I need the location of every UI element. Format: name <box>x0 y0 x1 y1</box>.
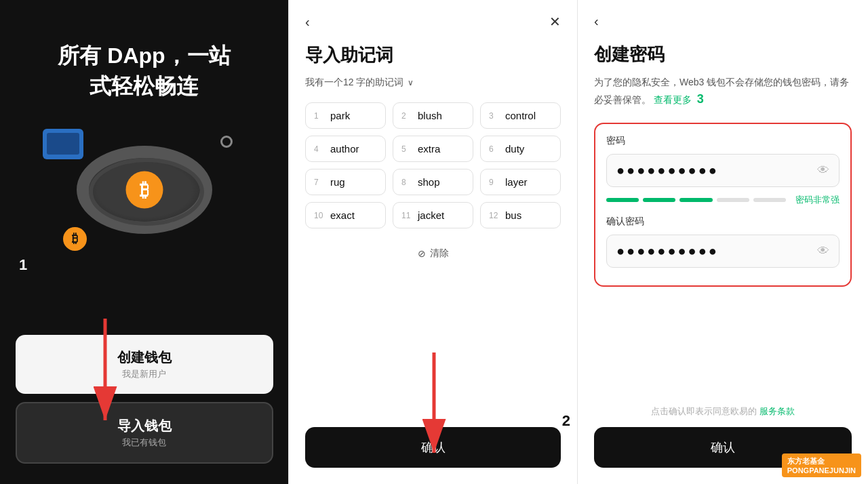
mnemonic-word: author <box>330 143 359 155</box>
mnemonic-word: rug <box>330 176 345 188</box>
mnemonic-cell[interactable]: 4author <box>305 136 386 162</box>
mnemonic-num: 4 <box>314 144 325 154</box>
strength-text: 密码非常强 <box>795 194 840 206</box>
mnemonic-cell[interactable]: 12bus <box>480 202 561 228</box>
mnemonic-word: control <box>505 110 536 121</box>
left-panel-buttons: 创建钱包 我是新用户 导入钱包 我已有钱包 <box>16 335 273 464</box>
mnemonic-num: 2 <box>401 111 412 121</box>
strength-bar: 密码非常强 <box>606 194 840 206</box>
create-wallet-sublabel: 我是新用户 <box>122 368 166 380</box>
watermark: 东方老基金PONGPANEJUNJIN <box>782 453 861 477</box>
middle-confirm-button[interactable]: 确认 <box>305 427 561 468</box>
clear-button[interactable]: ⊘ 清除 <box>305 247 561 260</box>
mnemonic-word: jacket <box>418 209 444 221</box>
laptop-icon <box>43 129 83 159</box>
mnemonic-num: 10 <box>314 211 325 220</box>
mnemonic-word: shop <box>418 176 440 188</box>
import-wallet-sublabel: 我已有钱包 <box>122 437 166 449</box>
laptop-screen <box>47 133 79 155</box>
mnemonic-num: 3 <box>489 111 500 121</box>
strength-seg-2 <box>643 198 675 202</box>
mnemonic-num: 1 <box>314 111 325 121</box>
mnemonic-word: duty <box>505 143 524 155</box>
mnemonic-selector[interactable]: 我有一个12 字的助记词 ∨ <box>305 77 561 89</box>
step-label-2: 2 <box>562 412 570 430</box>
mnemonic-word: extra <box>418 143 440 155</box>
see-more-link[interactable]: 查看更多 <box>654 94 692 105</box>
confirm-password-input: ●●●●●●●●●● <box>616 243 817 259</box>
step-label-1: 1 <box>19 256 27 274</box>
mnemonic-cell[interactable]: 10exact <box>305 202 386 228</box>
password-title: 创建密码 <box>594 43 852 66</box>
strength-seg-1 <box>606 198 639 202</box>
import-wallet-label: 导入钱包 <box>117 417 172 435</box>
clear-label: 清除 <box>430 247 449 260</box>
panel-left: 所有 DApp，一站 式轻松畅连 ₿ ₿ 1 创建钱包 我是新用户 导入钱包 我… <box>0 0 288 484</box>
confirm-password-input-row[interactable]: ●●●●●●●●●● 👁 <box>606 235 840 268</box>
mnemonic-title: 导入助记词 <box>305 43 561 67</box>
right-back-icon[interactable]: ‹ <box>594 14 599 29</box>
confirm-password-label: 确认密码 <box>606 216 840 228</box>
mnemonic-cell[interactable]: 1park <box>305 102 386 129</box>
password-label: 密码 <box>606 135 840 147</box>
mnemonic-num: 5 <box>401 144 412 154</box>
mnemonic-num: 9 <box>489 178 500 187</box>
import-wallet-button[interactable]: 导入钱包 我已有钱包 <box>16 402 273 464</box>
mnemonic-cell[interactable]: 7rug <box>305 169 386 195</box>
bitcoin-icon: ₿ <box>125 171 163 208</box>
mnemonic-num: 11 <box>401 211 412 220</box>
middle-confirm-area: 确认 <box>305 427 561 468</box>
password-section: 密码 ●●●●●●●●●● 👁 密码非常强 确认密码 ●●●●●●●●●● 👁 <box>594 123 852 287</box>
mnemonic-num: 7 <box>314 178 325 187</box>
mnemonic-selector-text: 我有一个12 字的助记词 <box>305 77 403 89</box>
mnemonic-num: 6 <box>489 144 500 154</box>
password-input-row[interactable]: ●●●●●●●●●● 👁 <box>606 154 840 187</box>
strength-seg-3 <box>679 198 712 202</box>
strength-seg-4 <box>717 198 749 202</box>
mnemonic-cell[interactable]: 2blush <box>393 102 473 129</box>
panel-right: ‹ 创建密码 为了您的隐私安全，Web3 钱包不会存储您的钱包密码，请务必妥善保… <box>578 0 868 484</box>
terms-text: 点击确认即表示同意欧易的 服务条款 <box>594 405 852 418</box>
mnemonic-cell[interactable]: 3control <box>480 102 561 129</box>
strength-seg-5 <box>753 198 786 202</box>
back-icon[interactable]: ‹ <box>305 14 310 30</box>
eye-icon[interactable]: 👁 <box>817 163 829 178</box>
mnemonic-num: 8 <box>401 178 412 187</box>
panel-middle: ‹ ✕ 导入助记词 我有一个12 字的助记词 ∨ 1park2blush3con… <box>288 0 578 484</box>
mnemonic-cell[interactable]: 8shop <box>393 169 473 195</box>
right-panel-footer: 点击确认即表示同意欧易的 服务条款 确认 东方老基金PONGPANEJUNJIN <box>594 405 852 468</box>
mnemonic-word: exact <box>330 209 355 221</box>
mnemonic-word: blush <box>418 110 442 121</box>
create-wallet-label: 创建钱包 <box>117 348 172 367</box>
mnemonic-cell[interactable]: 11jacket <box>393 202 473 228</box>
chevron-down-icon: ∨ <box>408 78 414 87</box>
password-input: ●●●●●●●●●● <box>616 163 817 178</box>
mnemonic-cell[interactable]: 6duty <box>480 136 561 162</box>
create-wallet-button[interactable]: 创建钱包 我是新用户 <box>16 335 273 394</box>
step-label-3: 3 <box>697 89 704 109</box>
password-desc-text: 为了您的隐私安全，Web3 钱包不会存储您的钱包密码，请务必妥善保管。 <box>594 77 849 105</box>
small-bitcoin-icon: ₿ <box>63 227 87 251</box>
illustration: ₿ ₿ <box>36 115 253 264</box>
dot-decoration <box>220 136 233 148</box>
panel-middle-nav: ‹ ✕ <box>305 14 561 30</box>
mnemonic-num: 12 <box>489 211 500 220</box>
mnemonic-word: layer <box>505 176 528 188</box>
confirm-eye-icon[interactable]: 👁 <box>817 244 829 258</box>
left-panel-title: 所有 DApp，一站 式轻松畅连 <box>58 41 230 102</box>
clear-icon: ⊘ <box>418 248 426 259</box>
panel-right-nav: ‹ <box>594 14 852 29</box>
mnemonic-cell[interactable]: 5extra <box>393 136 473 162</box>
terms-label: 点击确认即表示同意欧易的 <box>651 406 757 416</box>
mnemonic-word: bus <box>505 209 521 221</box>
mnemonic-word: park <box>330 110 350 121</box>
close-icon[interactable]: ✕ <box>549 14 561 30</box>
mnemonic-grid: 1park2blush3control4author5extra6duty7ru… <box>305 102 561 228</box>
password-desc: 为了您的隐私安全，Web3 钱包不会存储您的钱包密码，请务必妥善保管。 查看更多… <box>594 75 852 109</box>
mnemonic-cell[interactable]: 9layer <box>480 169 561 195</box>
terms-link[interactable]: 服务条款 <box>760 406 795 416</box>
